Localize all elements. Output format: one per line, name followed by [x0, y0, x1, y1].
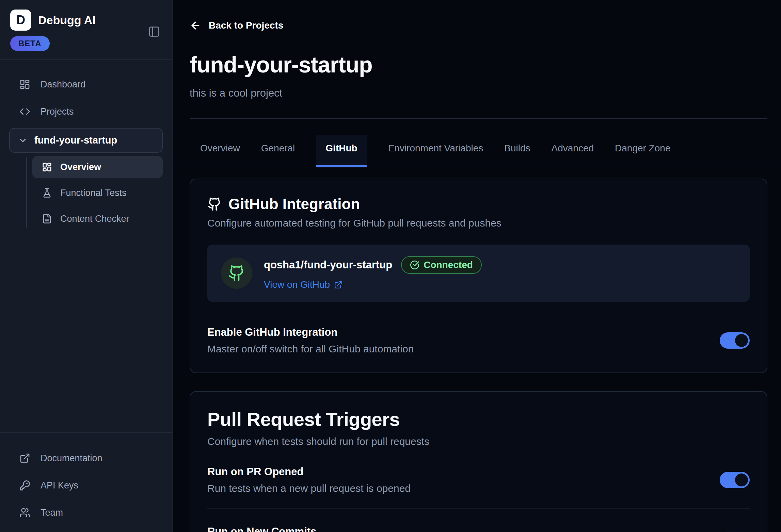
users-icon: [19, 507, 30, 518]
tab-danger-zone[interactable]: Danger Zone: [615, 135, 670, 167]
repo-name: qosha1/fund-your-startup: [264, 259, 392, 271]
page-subtitle: this is a cool project: [190, 87, 767, 99]
app-logo: D: [10, 10, 31, 31]
card-subtitle: Configure automated testing for GitHub p…: [207, 217, 750, 229]
sidebar-item-overview[interactable]: Overview: [32, 156, 163, 178]
card-title: Pull Request Triggers: [207, 408, 750, 430]
run-on-pr-opened-toggle[interactable]: [720, 472, 750, 488]
app-name: Debugg AI: [38, 14, 96, 27]
code-icon: [19, 106, 30, 117]
toggle-label: Enable GitHub Integration: [207, 326, 414, 338]
sidebar-item-label: Documentation: [41, 453, 102, 464]
card-subtitle: Configure when tests should run for pull…: [207, 436, 750, 447]
link-label: View on GitHub: [264, 279, 330, 290]
sidebar-item-label: Content Checker: [60, 214, 129, 224]
dashboard-icon: [19, 79, 30, 90]
page-title: fund-your-startup: [190, 52, 767, 78]
key-icon: [19, 480, 30, 491]
flask-icon: [42, 188, 52, 198]
github-integration-card: GitHub Integration Configure automated t…: [190, 179, 767, 373]
status-badge: Connected: [401, 256, 482, 274]
status-label: Connected: [424, 260, 473, 270]
sidebar-item-label: Projects: [41, 106, 74, 117]
run-on-pr-opened-row: Run on PR Opened Run tests when a new pu…: [207, 466, 750, 494]
chevron-down-icon: [18, 136, 28, 145]
sidebar-item-api-keys[interactable]: API Keys: [0, 475, 172, 496]
main-content: Back to Projects fund-your-startup this …: [173, 0, 781, 532]
tab-general[interactable]: General: [261, 135, 295, 167]
settings-tabs: Overview General GitHub Environment Vari…: [173, 119, 781, 167]
toggle-label: Run on New Commits: [207, 526, 423, 532]
toggle-description: Run tests when a new pull request is ope…: [207, 483, 411, 494]
sidebar-item-label: Overview: [60, 162, 101, 172]
sidebar-project-fund-your-startup[interactable]: fund-your-startup: [9, 128, 163, 153]
pull-request-triggers-card: Pull Request Triggers Configure when tes…: [190, 391, 767, 532]
sidebar-item-label: Dashboard: [41, 79, 85, 90]
sidebar-item-projects[interactable]: Projects: [0, 100, 172, 123]
github-icon: [207, 197, 222, 211]
tab-advanced[interactable]: Advanced: [552, 135, 594, 167]
sidebar-item-content-checker[interactable]: Content Checker: [32, 208, 163, 230]
toggle-label: Run on PR Opened: [207, 466, 411, 478]
connected-repo-box: qosha1/fund-your-startup Connected View …: [207, 245, 750, 302]
enable-github-toggle[interactable]: [720, 332, 750, 349]
sidebar-item-label: API Keys: [41, 480, 78, 491]
card-title: GitHub Integration: [228, 196, 360, 213]
dashboard-icon: [42, 162, 52, 172]
tab-github[interactable]: GitHub: [316, 135, 367, 167]
sidebar: D Debugg AI BETA Dashboard Projects: [0, 0, 173, 532]
external-link-icon: [334, 280, 343, 289]
tab-builds[interactable]: Builds: [504, 135, 530, 167]
project-name: fund-your-startup: [34, 135, 117, 146]
row-divider: [207, 508, 750, 509]
external-link-icon: [19, 453, 30, 464]
tab-environment-variables[interactable]: Environment Variables: [388, 135, 483, 167]
project-subtree: Overview Functional Tests Content Checke…: [0, 156, 172, 230]
document-icon: [42, 214, 52, 224]
back-label: Back to Projects: [209, 20, 283, 31]
sidebar-item-team[interactable]: Team: [0, 502, 172, 523]
sidebar-item-dashboard[interactable]: Dashboard: [0, 73, 172, 96]
run-on-new-commits-row: Run on New Commits Run tests when new co…: [207, 526, 750, 532]
tab-overview[interactable]: Overview: [200, 135, 240, 167]
panel-left-icon: [148, 26, 160, 38]
beta-badge: BETA: [10, 36, 50, 51]
sidebar-item-documentation[interactable]: Documentation: [0, 448, 172, 469]
arrow-left-icon: [190, 20, 201, 31]
sidebar-nav: Dashboard Projects fund-your-startup Ove…: [0, 60, 172, 234]
view-on-github-link[interactable]: View on GitHub: [264, 279, 343, 290]
sidebar-item-functional-tests[interactable]: Functional Tests: [32, 182, 163, 204]
sidebar-footer: Documentation API Keys Team: [0, 432, 172, 532]
sidebar-item-label: Team: [41, 508, 63, 518]
check-circle-icon: [410, 260, 419, 270]
sidebar-item-label: Functional Tests: [60, 188, 127, 198]
enable-github-row: Enable GitHub Integration Master on/off …: [207, 326, 750, 355]
github-icon: [228, 265, 245, 282]
collapse-sidebar-button[interactable]: [148, 26, 160, 38]
sidebar-header: D Debugg AI BETA: [0, 0, 172, 60]
toggle-description: Master on/off switch for all GitHub auto…: [207, 343, 414, 355]
repo-avatar: [221, 257, 252, 289]
back-to-projects-button[interactable]: Back to Projects: [190, 20, 283, 31]
